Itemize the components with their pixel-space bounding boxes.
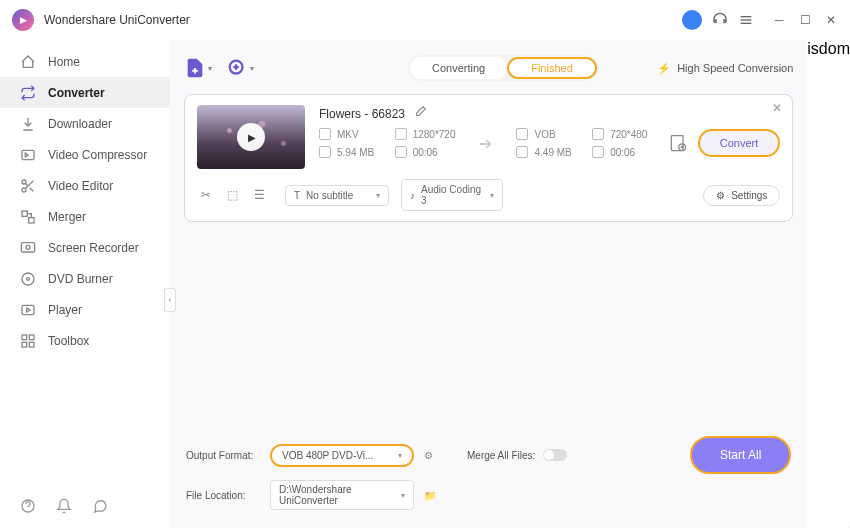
bolt-icon: ⚡	[657, 62, 671, 75]
user-avatar[interactable]	[682, 10, 702, 30]
src-dur: 00:06	[413, 147, 438, 158]
tab-finished[interactable]: Finished	[507, 57, 597, 79]
output-settings-gear-icon[interactable]: ⚙	[424, 450, 433, 461]
edit-title-icon[interactable]	[413, 105, 427, 122]
trim-icon[interactable]: ✂	[201, 188, 211, 202]
dst-size: 4.49 MB	[534, 147, 571, 158]
tab-converting[interactable]: Converting	[410, 57, 507, 79]
titlebar: Wondershare UniConverter ─ ☐ ✕	[0, 0, 850, 40]
gear-icon: ⚙	[716, 190, 725, 201]
audio-dropdown[interactable]: ♪ Audio Coding 3 ▾	[401, 179, 503, 211]
crop-icon[interactable]: ⬚	[227, 188, 238, 202]
start-all-button[interactable]: Start All	[690, 436, 791, 474]
src-format: MKV	[337, 129, 359, 140]
svg-point-4	[22, 180, 26, 184]
scissors-icon	[20, 178, 36, 194]
sidebar-item-editor[interactable]: Video Editor	[0, 170, 170, 201]
minimize-button[interactable]: ─	[772, 13, 786, 27]
sidebar-item-toolbox[interactable]: Toolbox	[0, 325, 170, 356]
video-thumbnail[interactable]	[197, 105, 305, 169]
help-icon[interactable]	[20, 498, 36, 514]
toolbar: ▾ ▾ Converting Finished ⚡ High Speed Con…	[184, 48, 793, 88]
convert-button[interactable]: Convert	[698, 129, 781, 157]
sidebar-item-label: DVD Burner	[48, 272, 113, 286]
sidebar-item-dvd[interactable]: DVD Burner	[0, 263, 170, 294]
svg-rect-20	[29, 342, 34, 347]
card-close-button[interactable]: ✕	[772, 101, 782, 115]
player-icon	[20, 302, 36, 318]
toolbox-icon	[20, 333, 36, 349]
add-file-button[interactable]: ▾	[184, 54, 212, 82]
svg-rect-18	[29, 335, 34, 340]
sidebar-item-label: Video Compressor	[48, 148, 147, 162]
svg-rect-15	[22, 305, 34, 314]
output-format-label: Output Format:	[186, 450, 260, 461]
download-icon	[20, 116, 36, 132]
add-url-button[interactable]: ▾	[226, 54, 254, 82]
svg-line-7	[30, 187, 34, 191]
sidebar-item-downloader[interactable]: Downloader	[0, 108, 170, 139]
src-res: 1280*720	[413, 129, 456, 140]
merge-toggle[interactable]	[543, 449, 567, 461]
merge-label: Merge All Files:	[467, 450, 535, 461]
dvd-icon	[20, 271, 36, 287]
folder-icon	[319, 146, 331, 158]
home-icon	[20, 54, 36, 70]
src-size: 5.94 MB	[337, 147, 374, 158]
sidebar-item-label: Converter	[48, 86, 105, 100]
file-location-dropdown[interactable]: D:\Wondershare UniConverter ▾	[270, 480, 414, 510]
sidebar-item-label: Downloader	[48, 117, 112, 131]
svg-line-8	[25, 183, 28, 186]
arrow-icon: ➔	[479, 134, 492, 153]
open-folder-icon[interactable]: 📁	[424, 490, 436, 501]
sidebar-item-home[interactable]: Home	[0, 46, 170, 77]
high-speed-label: ⚡ High Speed Conversion	[657, 62, 793, 75]
svg-point-5	[22, 188, 26, 192]
sidebar-item-player[interactable]: Player	[0, 294, 170, 325]
subtitle-icon: T	[294, 190, 300, 201]
svg-marker-16	[27, 308, 30, 312]
output-settings-icon[interactable]	[668, 133, 688, 153]
resolution-icon	[592, 128, 604, 140]
clock-icon	[395, 146, 407, 158]
headset-icon[interactable]	[712, 12, 728, 28]
audio-icon: ♪	[410, 190, 415, 201]
sidebar-item-compressor[interactable]: Video Compressor	[0, 139, 170, 170]
video-icon	[516, 128, 528, 140]
settings-button[interactable]: ⚙ Settings	[703, 185, 780, 206]
svg-rect-9	[22, 211, 27, 216]
main-panel: ▾ ▾ Converting Finished ⚡ High Speed Con…	[170, 40, 807, 528]
chat-icon[interactable]	[92, 498, 108, 514]
footer: Output Format: VOB 480P DVD-Vi... ▾ ⚙ Me…	[184, 430, 793, 518]
tabs: Converting Finished	[408, 55, 599, 81]
dst-res: 720*480	[610, 129, 647, 140]
output-format-dropdown[interactable]: VOB 480P DVD-Vi... ▾	[270, 444, 414, 467]
svg-point-13	[22, 273, 34, 285]
svg-rect-19	[22, 342, 27, 347]
sidebar-item-label: Toolbox	[48, 334, 89, 348]
maximize-button[interactable]: ☐	[798, 13, 812, 27]
sidebar-item-recorder[interactable]: Screen Recorder	[0, 232, 170, 263]
resolution-icon	[395, 128, 407, 140]
svg-rect-25	[671, 136, 683, 151]
sidebar-item-label: Home	[48, 55, 80, 69]
menu-icon[interactable]	[738, 12, 754, 28]
svg-point-12	[26, 245, 30, 249]
subtitle-dropdown[interactable]: T No subtitle ▾	[285, 185, 389, 206]
sidebar-item-label: Video Editor	[48, 179, 113, 193]
sidebar-item-label: Player	[48, 303, 82, 317]
collapse-sidebar-button[interactable]: ‹	[164, 288, 176, 312]
app-logo	[12, 9, 34, 31]
file-card: ✕ Flowers - 66823	[184, 94, 793, 222]
clock-icon	[592, 146, 604, 158]
svg-rect-10	[29, 217, 34, 222]
file-title: Flowers - 66823	[319, 107, 405, 121]
sidebar-item-label: Screen Recorder	[48, 241, 139, 255]
close-button[interactable]: ✕	[824, 13, 838, 27]
bell-icon[interactable]	[56, 498, 72, 514]
effect-icon[interactable]: ☰	[254, 188, 265, 202]
merger-icon	[20, 209, 36, 225]
svg-rect-17	[22, 335, 27, 340]
sidebar-item-merger[interactable]: Merger	[0, 201, 170, 232]
sidebar-item-converter[interactable]: Converter	[0, 77, 170, 108]
